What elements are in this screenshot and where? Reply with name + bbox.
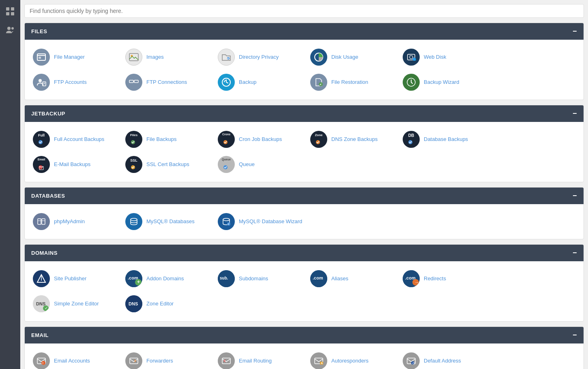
svg-point-39 xyxy=(223,218,230,221)
file-manager-icon xyxy=(33,49,50,66)
svg-rect-7 xyxy=(39,57,41,59)
ssl-cert-backups-icon: SSL xyxy=(125,156,142,173)
svg-text:sub.: sub. xyxy=(220,276,228,280)
redirects-item[interactable]: .com→ Redirects xyxy=(401,268,490,290)
ssl-cert-backups-item[interactable]: SSL SSL Cert Backups xyxy=(124,154,213,175)
queue-icon: Queue xyxy=(218,156,235,173)
svg-point-38 xyxy=(131,218,137,221)
full-account-backups-item[interactable]: Full Full Account Backups xyxy=(31,128,120,150)
files-label: FILES xyxy=(31,28,47,34)
databases-header: DATABASES − xyxy=(25,188,584,204)
files-collapse[interactable]: − xyxy=(573,27,577,36)
ftp-connections-label: FTP Connections xyxy=(146,79,187,86)
forwarders-item[interactable]: Forwarders xyxy=(124,350,213,369)
ftp-accounts-item[interactable]: FTP Accounts xyxy=(31,71,120,93)
databases-collapse[interactable]: − xyxy=(573,192,577,200)
jetbackup-collapse[interactable]: − xyxy=(573,109,577,118)
svg-rect-35 xyxy=(42,219,45,224)
ftp-connections-item[interactable]: FTP Connections xyxy=(124,71,213,93)
aliases-icon: .com xyxy=(310,270,327,287)
dns-zone-backups-icon: Zone xyxy=(310,131,327,148)
default-address-item[interactable]: @ Default Address xyxy=(401,350,490,369)
file-restoration-label: File Restoration xyxy=(331,79,368,86)
email-backups-item[interactable]: Email E-Mail Backups xyxy=(31,154,120,175)
queue-item[interactable]: Queue Queue xyxy=(216,154,305,175)
svg-text:→: → xyxy=(414,280,419,285)
domains-collapse[interactable]: − xyxy=(573,249,577,257)
svg-rect-64 xyxy=(130,358,138,364)
file-backups-icon: Files xyxy=(125,131,142,148)
site-publisher-label: Site Publisher xyxy=(54,275,86,282)
ftp-accounts-icon xyxy=(33,74,50,91)
svg-text:✓: ✓ xyxy=(45,306,48,310)
domains-section: DOMAINS − Site Publisher .com+ Addon Dom… xyxy=(24,244,584,322)
email-accounts-item[interactable]: ! Email Accounts xyxy=(31,350,120,369)
database-backups-label: Database Backups xyxy=(424,136,468,143)
dns-zone-backups-item[interactable]: Zone DNS Zone Backups xyxy=(309,128,398,150)
web-disk-label: Web Disk xyxy=(424,54,446,61)
search-input[interactable] xyxy=(24,4,584,18)
full-account-backups-label: Full Account Backups xyxy=(54,136,104,143)
svg-point-16 xyxy=(39,79,42,82)
svg-text:DNS: DNS xyxy=(36,301,45,306)
email-routing-icon xyxy=(218,352,235,369)
phpmyadmin-label: phpMyAdmin xyxy=(54,218,85,225)
file-backups-item[interactable]: Files File Backups xyxy=(124,128,213,150)
database-backups-item[interactable]: DB Database Backups xyxy=(401,128,490,150)
addon-domains-icon: .com+ xyxy=(125,270,142,287)
svg-text:@: @ xyxy=(412,361,415,365)
mysql-databases-icon xyxy=(125,213,142,230)
users-icon[interactable] xyxy=(3,23,17,37)
email-accounts-label: Email Accounts xyxy=(54,358,90,365)
phpmyadmin-item[interactable]: phpMyAdmin xyxy=(31,211,120,232)
main-content: FILES − File Manager Images Directory xyxy=(20,0,588,369)
svg-rect-1 xyxy=(11,7,14,11)
subdomains-item[interactable]: sub. Subdomains xyxy=(216,268,305,290)
svg-rect-3 xyxy=(11,12,14,15)
grid-icon[interactable] xyxy=(3,4,17,19)
cron-job-backups-label: Cron Job Backups xyxy=(239,136,282,143)
simple-zone-editor-item[interactable]: DNS✓ Simple Zone Editor xyxy=(31,293,120,315)
email-body: ! Email Accounts Forwarders Email Routin… xyxy=(25,343,584,369)
jetbackup-label: JETBACKUP xyxy=(31,111,65,117)
mysql-databases-item[interactable]: MySQL® Databases xyxy=(124,211,213,232)
addon-domains-item[interactable]: .com+ Addon Domains xyxy=(124,268,213,290)
file-manager-item[interactable]: File Manager xyxy=(31,46,120,68)
images-item[interactable]: Images xyxy=(124,46,213,68)
email-label: EMAIL xyxy=(31,332,49,338)
disk-usage-icon xyxy=(310,49,327,66)
email-backups-label: E-Mail Backups xyxy=(54,161,90,168)
backup-icon xyxy=(218,74,235,91)
zone-editor-item[interactable]: DNS Zone Editor xyxy=(124,293,213,315)
backup-wizard-item[interactable]: Backup Wizard xyxy=(401,71,490,93)
domains-label: DOMAINS xyxy=(31,250,58,256)
disk-usage-item[interactable]: Disk Usage xyxy=(309,46,398,68)
email-accounts-icon: ! xyxy=(33,352,50,369)
sidebar xyxy=(0,0,20,369)
svg-rect-2 xyxy=(6,12,9,15)
email-collapse[interactable]: − xyxy=(573,331,577,339)
cron-job-backups-item[interactable]: Crons Cron Job Backups xyxy=(216,128,305,150)
ftp-accounts-label: FTP Accounts xyxy=(54,79,87,86)
site-publisher-item[interactable]: Site Publisher xyxy=(31,268,120,290)
svg-rect-20 xyxy=(129,80,133,83)
site-publisher-icon xyxy=(33,270,50,287)
aliases-item[interactable]: .com Aliases xyxy=(309,268,398,290)
file-backups-label: File Backups xyxy=(146,136,176,143)
files-body: File Manager Images Directory Privacy Di… xyxy=(25,40,584,100)
forwarders-label: Forwarders xyxy=(146,358,173,365)
backup-item[interactable]: Backup xyxy=(216,71,305,93)
domains-body: Site Publisher .com+ Addon Domains sub. … xyxy=(25,261,584,321)
email-routing-item[interactable]: Email Routing xyxy=(216,350,305,369)
directory-privacy-item[interactable]: Directory Privacy xyxy=(216,46,305,68)
default-address-icon: @ xyxy=(403,352,420,369)
backup-wizard-icon xyxy=(403,74,420,91)
databases-section: DATABASES − phpMyAdmin MySQL® Databases xyxy=(24,187,584,239)
web-disk-item[interactable]: 🌐 Web Disk xyxy=(401,46,490,68)
autoresponders-item[interactable]: A Autoresponders xyxy=(309,350,398,369)
autoresponders-icon: A xyxy=(310,352,327,369)
file-restoration-item[interactable]: File Restoration xyxy=(309,71,398,93)
mysql-database-wizard-item[interactable]: MySQL® Database Wizard xyxy=(216,211,305,232)
email-routing-label: Email Routing xyxy=(239,358,272,365)
svg-point-13 xyxy=(410,55,413,59)
